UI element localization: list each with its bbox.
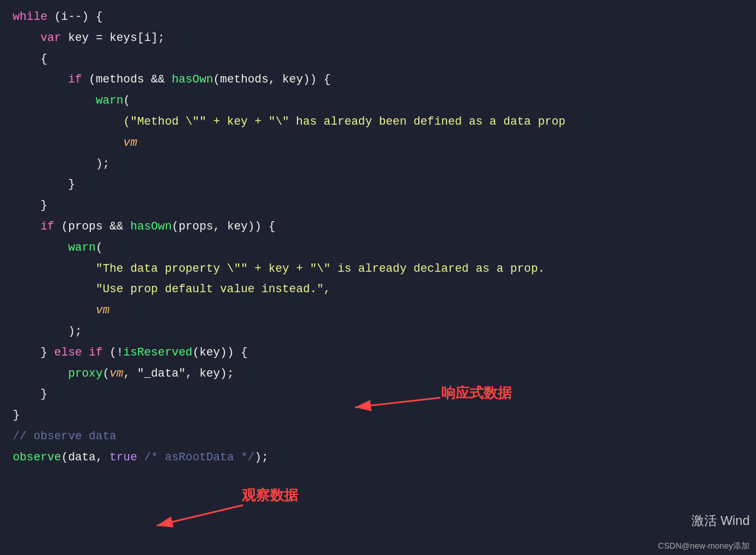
activate-windows-text: 激活 Wind xyxy=(691,512,750,529)
code-text: ( xyxy=(102,364,109,383)
code-indent xyxy=(13,70,68,89)
code-indent xyxy=(13,155,96,173)
observe-data-label: 观察数据 xyxy=(242,486,298,505)
code-line: ); xyxy=(0,321,756,342)
code-line: } xyxy=(0,195,756,216)
code-line: observe(data, true /* asRootData */); xyxy=(0,447,756,468)
code-function: warn xyxy=(68,238,95,257)
code-line: ); xyxy=(0,153,756,175)
code-text: (key)) { xyxy=(193,343,248,362)
code-line: } xyxy=(0,174,756,195)
code-indent xyxy=(13,385,40,403)
code-indent xyxy=(13,260,96,278)
code-indent xyxy=(13,322,68,341)
code-function: proxy xyxy=(68,364,102,383)
code-text: ); xyxy=(68,322,82,341)
code-line: ("Method \"" + key + "\" has already bee… xyxy=(0,111,756,132)
code-line: warn( xyxy=(0,237,756,258)
code-indent xyxy=(13,134,123,152)
code-text: (i--) { xyxy=(47,8,102,26)
svg-line-3 xyxy=(157,505,243,526)
code-indent xyxy=(13,29,40,47)
code-keyword: if xyxy=(68,70,82,89)
csdn-watermark: CSDN@new-money添加 xyxy=(658,540,750,552)
code-line: { xyxy=(0,49,756,70)
code-text: (data, xyxy=(61,448,110,467)
code-line: var key = keys[i]; xyxy=(0,27,756,49)
code-function: isReserved xyxy=(123,343,193,362)
code-indent xyxy=(13,196,40,215)
reactive-data-label: 响应式数据 xyxy=(441,384,512,403)
code-string: ("Method \"" + key + "\" has already bee… xyxy=(123,113,565,131)
code-function: warn xyxy=(96,91,123,110)
code-text: ( xyxy=(123,91,130,110)
code-line: if (methods && hasOwn(methods, key)) { xyxy=(0,69,756,90)
code-variable: vm xyxy=(109,364,123,383)
code-function: hasOwn xyxy=(130,217,172,236)
code-text: ( xyxy=(96,238,103,257)
code-line: warn( xyxy=(0,90,756,111)
code-text: (props && xyxy=(54,217,130,236)
code-keyword: true xyxy=(109,448,137,467)
code-indent xyxy=(13,217,40,236)
code-line: // observe data xyxy=(0,426,756,447)
code-text: } xyxy=(40,385,47,403)
code-variable: vm xyxy=(96,301,110,320)
code-text: (! xyxy=(102,343,123,362)
code-text: } xyxy=(40,343,54,362)
code-text: } xyxy=(40,196,47,215)
code-line: } xyxy=(0,384,756,405)
code-indent xyxy=(13,238,68,257)
code-indent xyxy=(13,113,123,131)
code-variable: vm xyxy=(123,134,138,152)
code-line: vm xyxy=(0,132,756,153)
code-text: (methods && xyxy=(82,70,171,89)
code-text: } xyxy=(68,175,75,194)
code-editor: while (i--) { var key = keys[i]; { if (m… xyxy=(0,0,756,555)
code-indent xyxy=(13,175,68,194)
code-indent xyxy=(13,343,40,362)
code-line: while (i--) { xyxy=(0,6,756,27)
code-keyword: else if xyxy=(54,343,103,362)
code-line: } xyxy=(0,405,756,426)
code-line: proxy(vm, "_data", key); xyxy=(0,363,756,384)
code-keyword: if xyxy=(40,217,54,236)
code-string: "The data property \"" + key + "\" is al… xyxy=(96,260,545,278)
code-function: observe xyxy=(13,448,61,467)
code-indent xyxy=(13,364,68,383)
code-indent xyxy=(13,280,96,299)
code-function: hasOwn xyxy=(171,70,213,89)
code-line: if (props && hasOwn(props, key)) { xyxy=(0,216,756,237)
code-comment-inline: /* asRootData */ xyxy=(137,448,255,467)
code-text: , "_data", key); xyxy=(123,364,234,383)
code-indent xyxy=(13,91,96,110)
code-text: } xyxy=(13,406,20,425)
code-line: } else if (!isReserved(key)) { xyxy=(0,342,756,363)
code-text: (props, key)) { xyxy=(171,217,275,236)
code-indent xyxy=(13,301,96,320)
code-keyword: while xyxy=(13,8,47,26)
code-indent xyxy=(13,50,40,68)
code-text: { xyxy=(40,50,47,68)
code-line: "Use prop default value instead.", xyxy=(0,279,756,300)
code-text: ); xyxy=(255,448,269,467)
code-keyword: var xyxy=(40,29,61,47)
code-comment: // observe data xyxy=(13,427,116,446)
code-text: (methods, key)) { xyxy=(213,70,331,89)
code-line: vm xyxy=(0,300,756,321)
code-string: "Use prop default value instead.", xyxy=(96,280,331,299)
code-line: "The data property \"" + key + "\" is al… xyxy=(0,258,756,279)
code-text: key = keys[i]; xyxy=(61,29,165,47)
code-text: ); xyxy=(96,155,110,173)
